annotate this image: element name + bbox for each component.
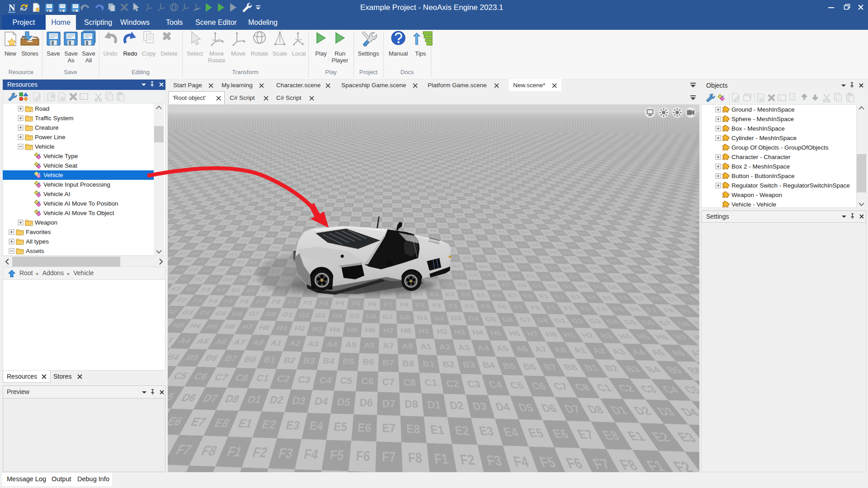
svg-text:Weapon: Weapon (35, 219, 57, 226)
svg-text:Assets: Assets (26, 248, 44, 254)
svg-text:Cylinder - MeshInSpace: Cylinder - MeshInSpace (731, 135, 797, 141)
svg-text:N: N (9, 3, 15, 13)
svg-text:Character - Character: Character - Character (731, 154, 791, 160)
svg-text:Creature: Creature (35, 124, 59, 131)
svg-text:Sphere - MeshInSpace: Sphere - MeshInSpace (731, 116, 794, 122)
svg-text:Vehicle: Vehicle (43, 172, 63, 178)
svg-text:Ground - MeshInSpace: Ground - MeshInSpace (731, 106, 795, 113)
svg-text:Road: Road (35, 105, 49, 112)
svg-text:Vehicle Seat: Vehicle Seat (43, 162, 77, 169)
svg-text:All types: All types (26, 238, 49, 245)
svg-text:Vehicle AI: Vehicle AI (43, 191, 70, 197)
svg-text:Group Of Objects - GroupOfObje: Group Of Objects - GroupOfObjects (731, 144, 829, 151)
svg-text:I: I (780, 96, 781, 100)
svg-text:Vehicle AI Move To Position: Vehicle AI Move To Position (43, 200, 118, 207)
svg-text:Favorites: Favorites (26, 229, 51, 235)
svg-text:Regulator Switch - RegulatorSw: Regulator Switch - RegulatorSwitchInSpac… (731, 182, 850, 189)
svg-text:Traffic System: Traffic System (35, 115, 74, 122)
svg-text:Box - MeshInSpace: Box - MeshInSpace (731, 125, 785, 132)
svg-text:Vehicle - Vehicle: Vehicle - Vehicle (731, 201, 776, 208)
svg-text:Vehicle Type: Vehicle Type (43, 153, 78, 160)
svg-text:Box 2 - MeshInSpace: Box 2 - MeshInSpace (731, 163, 790, 170)
svg-text:Button - ButtonInSpace: Button - ButtonInSpace (731, 173, 795, 179)
svg-text:Weapon - Weapon: Weapon - Weapon (731, 192, 782, 198)
svg-text:Vehicle: Vehicle (35, 143, 55, 150)
svg-text:I: I (82, 94, 83, 99)
svg-text:Power Line: Power Line (35, 134, 66, 141)
svg-text:Vehicle Input Processing: Vehicle Input Processing (43, 181, 110, 188)
svg-text:Vehicle AI Move To Object: Vehicle AI Move To Object (43, 210, 114, 216)
